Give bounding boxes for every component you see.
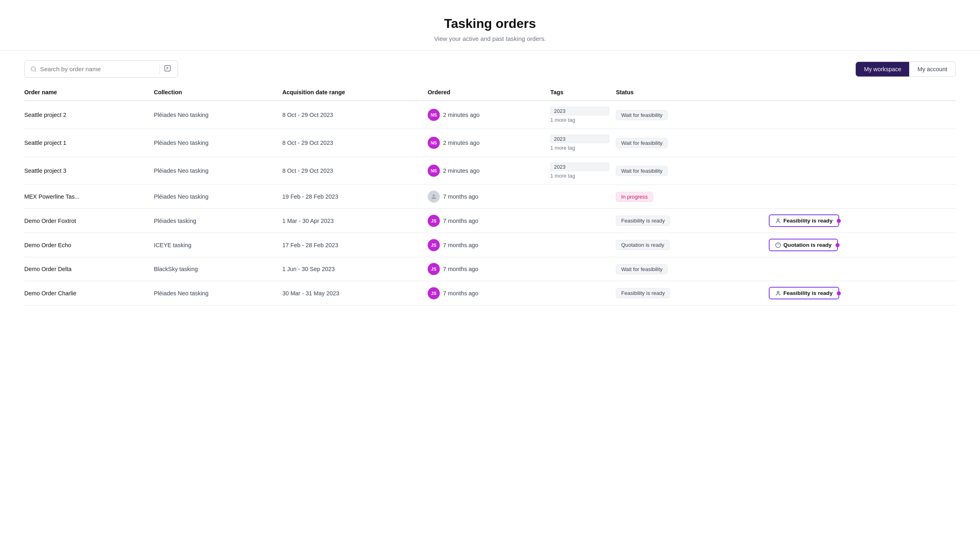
notification-badge[interactable]: Feasibility is ready bbox=[769, 214, 839, 227]
toolbar: My workspace My account bbox=[0, 51, 980, 84]
table-row[interactable]: Seattle project 1 Pléiades Neo tasking 8… bbox=[24, 129, 956, 157]
cell-tags bbox=[550, 281, 616, 305]
cell-order-name: Seattle project 1 bbox=[24, 129, 154, 157]
cell-tags bbox=[550, 185, 616, 209]
cell-order-name: Demo Order Charlie bbox=[24, 281, 154, 305]
page-header: Tasking orders View your active and past… bbox=[0, 0, 980, 51]
table-row[interactable]: MEX Powerline Tas... Pléiades Neo taskin… bbox=[24, 185, 956, 209]
orders-table: Order name Collection Acquisition date r… bbox=[24, 84, 956, 305]
avatar: JS bbox=[428, 287, 440, 299]
cell-date-range: 8 Oct - 29 Oct 2023 bbox=[282, 129, 428, 157]
table-row[interactable]: Seattle project 3 Pléiades Neo tasking 8… bbox=[24, 157, 956, 185]
cell-notification: Feasibility is ready bbox=[769, 209, 956, 233]
cell-notification bbox=[769, 185, 956, 209]
tab-my-account[interactable]: My account bbox=[909, 62, 955, 76]
cell-notification bbox=[769, 101, 956, 129]
cell-notification: Quotation is ready bbox=[769, 233, 956, 257]
search-icon bbox=[30, 66, 37, 72]
cell-ordered: JS 7 months ago bbox=[428, 233, 550, 257]
status-badge: Quotation is ready bbox=[616, 240, 669, 250]
cell-order-name: Demo Order Delta bbox=[24, 257, 154, 281]
cell-ordered: JS 7 months ago bbox=[428, 257, 550, 281]
cell-tags: 20231 more tag bbox=[550, 157, 616, 185]
notification-badge[interactable]: Feasibility is ready bbox=[769, 287, 839, 299]
col-tags: Tags bbox=[550, 84, 616, 101]
table-row[interactable]: Demo Order Charlie Pléiades Neo tasking … bbox=[24, 281, 956, 305]
ordered-time: 2 minutes ago bbox=[443, 112, 479, 118]
filter-icon bbox=[164, 65, 171, 72]
avatar: JS bbox=[428, 239, 440, 251]
notification-badge[interactable]: Quotation is ready bbox=[769, 239, 838, 251]
avatar: JS bbox=[428, 215, 440, 227]
cell-collection: Pléiades Neo tasking bbox=[154, 157, 282, 185]
cell-tags: 20231 more tag bbox=[550, 129, 616, 157]
search-container bbox=[24, 60, 178, 78]
svg-point-4 bbox=[777, 291, 779, 293]
cell-status: In progress bbox=[616, 185, 769, 209]
tag-badge: 2023 bbox=[550, 163, 609, 171]
cell-ordered: NS 2 minutes ago bbox=[428, 129, 550, 157]
cell-ordered: NS 2 minutes ago bbox=[428, 157, 550, 185]
cell-date-range: 1 Mar - 30 Apr 2023 bbox=[282, 209, 428, 233]
cell-status: Wait for feasibility bbox=[616, 157, 769, 185]
cell-tags bbox=[550, 209, 616, 233]
cell-tags bbox=[550, 257, 616, 281]
cell-order-name: Demo Order Echo bbox=[24, 233, 154, 257]
status-badge: Wait for feasibility bbox=[616, 166, 668, 176]
cell-order-name: Seattle project 2 bbox=[24, 101, 154, 129]
table-row[interactable]: Seattle project 2 Pléiades Neo tasking 8… bbox=[24, 101, 956, 129]
cell-notification bbox=[769, 157, 956, 185]
status-badge: Wait for feasibility bbox=[616, 138, 668, 148]
avatar bbox=[428, 191, 440, 203]
col-date-range: Acquisition date range bbox=[282, 84, 428, 101]
status-badge: Feasibility is ready bbox=[616, 216, 670, 226]
ordered-time: 2 minutes ago bbox=[443, 167, 479, 174]
cell-ordered: JS 7 months ago bbox=[428, 281, 550, 305]
ordered-time: 7 months ago bbox=[443, 193, 478, 200]
col-notification bbox=[769, 84, 956, 101]
workspace-tabs: My workspace My account bbox=[855, 61, 956, 77]
col-status: Status bbox=[616, 84, 769, 101]
avatar: NS bbox=[428, 165, 440, 177]
cell-status: Wait for feasibility bbox=[616, 129, 769, 157]
status-badge: Feasibility is ready bbox=[616, 288, 670, 298]
avatar: NS bbox=[428, 137, 440, 149]
tag-more: 1 more tag bbox=[550, 173, 609, 179]
ordered-time: 7 months ago bbox=[443, 266, 478, 272]
filter-button[interactable] bbox=[159, 64, 172, 74]
tag-more: 1 more tag bbox=[550, 145, 609, 151]
cell-collection: ICEYE tasking bbox=[154, 233, 282, 257]
cell-tags: 20231 more tag bbox=[550, 101, 616, 129]
search-input[interactable] bbox=[40, 66, 155, 72]
tab-my-workspace[interactable]: My workspace bbox=[856, 62, 909, 76]
avatar: NS bbox=[428, 109, 440, 121]
tag-badge: 2023 bbox=[550, 107, 609, 115]
cell-notification bbox=[769, 129, 956, 157]
table-row[interactable]: Demo Order Echo ICEYE tasking 17 Feb - 2… bbox=[24, 233, 956, 257]
table-body: Seattle project 2 Pléiades Neo tasking 8… bbox=[24, 101, 956, 305]
table-row[interactable]: Demo Order Delta BlackSky tasking 1 Jun … bbox=[24, 257, 956, 281]
cell-order-name: Demo Order Foxtrot bbox=[24, 209, 154, 233]
page-title: Tasking orders bbox=[8, 16, 972, 31]
cell-collection: Pléiades Neo tasking bbox=[154, 185, 282, 209]
cell-collection: Pléiades Neo tasking bbox=[154, 281, 282, 305]
table-row[interactable]: Demo Order Foxtrot Pléiades tasking 1 Ma… bbox=[24, 209, 956, 233]
cell-collection: BlackSky tasking bbox=[154, 257, 282, 281]
tag-badge: 2023 bbox=[550, 135, 609, 143]
cell-status: Feasibility is ready bbox=[616, 281, 769, 305]
ordered-time: 7 months ago bbox=[443, 218, 478, 224]
tag-more: 1 more tag bbox=[550, 117, 609, 123]
cell-order-name: MEX Powerline Tas... bbox=[24, 185, 154, 209]
col-collection: Collection bbox=[154, 84, 282, 101]
cell-date-range: 8 Oct - 29 Oct 2023 bbox=[282, 157, 428, 185]
cell-collection: Pléiades Neo tasking bbox=[154, 129, 282, 157]
cell-notification bbox=[769, 257, 956, 281]
cell-ordered: 7 months ago bbox=[428, 185, 550, 209]
svg-point-2 bbox=[777, 218, 779, 220]
cell-date-range: 8 Oct - 29 Oct 2023 bbox=[282, 101, 428, 129]
ordered-time: 7 months ago bbox=[443, 290, 478, 297]
cell-status: Wait for feasibility bbox=[616, 101, 769, 129]
cell-date-range: 17 Feb - 28 Feb 2023 bbox=[282, 233, 428, 257]
avatar: JS bbox=[428, 263, 440, 275]
ordered-time: 2 minutes ago bbox=[443, 140, 479, 146]
